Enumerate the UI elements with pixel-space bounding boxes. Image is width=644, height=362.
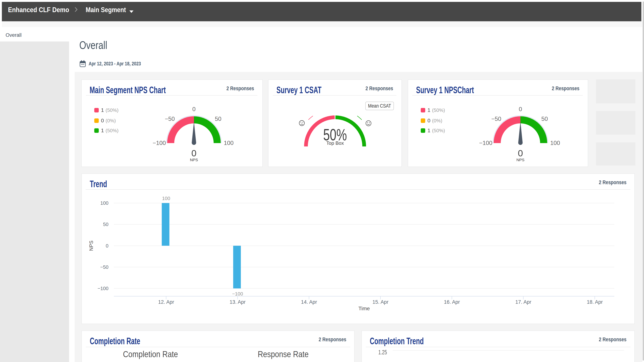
- svg-text:NPS: NPS: [516, 158, 524, 162]
- legend-item-detractors[interactable]: 1 (50%): [421, 108, 445, 112]
- legend-item-passives[interactable]: 0 (0%): [94, 118, 116, 123]
- legend-item-promoters[interactable]: 1 (50%): [421, 128, 445, 133]
- completion-rate-column-title: Completion Rate: [123, 349, 178, 359]
- svg-text:−100: −100: [479, 140, 492, 146]
- svg-text:Time: Time: [358, 306, 370, 311]
- card-title: Survey 1 CSAT: [276, 85, 322, 96]
- responses-count: 2 Responses: [552, 85, 580, 92]
- top-navbar: Enhanced CLF Demo Main Segment: [2, 2, 642, 21]
- legend-percent: (50%): [432, 107, 445, 113]
- legend-swatch-detractors: [421, 108, 425, 112]
- svg-text:16. Apr: 16. Apr: [444, 299, 460, 305]
- svg-text:100: 100: [550, 140, 560, 146]
- legend-percent: (50%): [432, 128, 445, 134]
- loading-skeleton-block: [596, 111, 636, 135]
- responses-count: 2 Responses: [599, 336, 626, 342]
- legend-swatch-promoters: [421, 128, 425, 133]
- svg-text:1.25: 1.25: [378, 349, 387, 356]
- svg-text:NPS: NPS: [190, 158, 198, 162]
- dashboard-page: Enhanced CLF Demo Main Segment Overall O…: [0, 0, 644, 362]
- sidebar: [0, 42, 69, 362]
- breadcrumb-project[interactable]: Enhanced CLF Demo: [8, 6, 62, 14]
- svg-text:18. Apr: 18. Apr: [587, 299, 603, 305]
- svg-text:NPS: NPS: [88, 241, 94, 251]
- trend-bar-chart: 100500−50−10012. Apr13. Apr14. Apr15. Ap…: [82, 192, 635, 323]
- responses-count: 2 Responses: [366, 85, 393, 92]
- legend-swatch-detractors: [94, 108, 99, 112]
- nps-gauge-chart: −100−500501000NPS: [146, 106, 242, 166]
- svg-text:0: 0: [192, 106, 196, 112]
- svg-text:100: 100: [224, 140, 234, 146]
- responses-count: 2 Responses: [319, 336, 346, 342]
- card-divider: [412, 95, 583, 96]
- subheader-strip: [2, 21, 642, 27]
- breadcrumb-chevron-icon: [75, 7, 78, 12]
- gauge-needle: [192, 122, 196, 145]
- legend-value: 0: [428, 118, 430, 124]
- page-title: Overall: [79, 39, 107, 52]
- responses-count: 2 Responses: [599, 179, 626, 185]
- legend-swatch-passives: [94, 118, 99, 123]
- card-divider: [86, 189, 630, 190]
- card-title: Completion Trend: [370, 336, 424, 346]
- svg-text:50: 50: [215, 115, 222, 122]
- sad-face-icon: [299, 121, 304, 126]
- legend-value: 1: [428, 107, 430, 113]
- card-title: Trend: [90, 179, 107, 189]
- date-range-row[interactable]: Apr 12, 2023 - Apr 18, 2023: [80, 60, 152, 67]
- smiley-face-icon: [366, 121, 371, 126]
- loading-skeleton-block: [596, 142, 636, 166]
- legend-value: 1: [101, 128, 104, 134]
- legend-percent: (50%): [106, 128, 118, 134]
- vertical-scrollbar[interactable]: [643, 2, 644, 360]
- svg-text:100: 100: [100, 200, 108, 206]
- svg-text:−50: −50: [165, 115, 175, 122]
- card-divider: [86, 95, 258, 96]
- nps-gauge-chart: −100−500501000NPS: [472, 106, 569, 166]
- card-main-segment-nps: Main Segment NPS Chart 2 Responses 1 (50…: [82, 80, 263, 167]
- legend-swatch-passives: [421, 118, 425, 123]
- card-divider: [273, 95, 396, 96]
- legend-swatch-promoters: [94, 128, 99, 133]
- svg-text:0: 0: [519, 106, 522, 112]
- segment-dropdown-caret-icon[interactable]: [129, 11, 134, 13]
- date-range-text: Apr 12, 2023 - Apr 18, 2023: [89, 61, 141, 67]
- legend-value: 0: [101, 118, 104, 124]
- svg-text:0: 0: [106, 243, 108, 249]
- loading-skeleton-block: [596, 79, 636, 103]
- response-rate-column-title: Response Rate: [258, 349, 309, 359]
- svg-text:−100: −100: [232, 291, 243, 297]
- calendar-icon: [80, 60, 86, 67]
- trend-bar[interactable]: [233, 246, 241, 289]
- svg-text:0: 0: [518, 148, 523, 158]
- breadcrumb-segment[interactable]: Main Segment: [86, 6, 122, 14]
- svg-text:14. Apr: 14. Apr: [301, 299, 317, 305]
- legend-item-passives[interactable]: 0 (0%): [421, 118, 442, 123]
- tab-overall[interactable]: Overall: [6, 32, 22, 38]
- legend-percent: (50%): [106, 107, 118, 113]
- svg-text:12. Apr: 12. Apr: [158, 299, 174, 305]
- svg-text:15. Apr: 15. Apr: [372, 299, 388, 305]
- svg-text:−50: −50: [100, 264, 108, 270]
- card-title: Completion Rate: [90, 336, 140, 346]
- card-survey1-csat: Survey 1 CSAT 2 Responses Mean CSAT 50%T…: [268, 80, 402, 167]
- trend-bar[interactable]: [162, 203, 170, 246]
- svg-text:−50: −50: [491, 115, 501, 122]
- svg-text:17. Apr: 17. Apr: [516, 299, 532, 305]
- mean-csat-label: Mean CSAT: [368, 103, 391, 109]
- svg-text:0: 0: [191, 148, 196, 158]
- card-trend: Trend 2 Responses 100500−50−10012. Apr13…: [82, 174, 635, 324]
- svg-text:−100: −100: [153, 140, 166, 146]
- gauge-needle: [518, 122, 523, 145]
- svg-text:13. Apr: 13. Apr: [230, 299, 246, 305]
- responses-count: 2 Responses: [226, 85, 254, 92]
- svg-text:50: 50: [103, 222, 108, 227]
- legend-value: 1: [428, 128, 430, 134]
- legend-item-promoters[interactable]: 1 (50%): [94, 128, 118, 133]
- completion-trend-chart: 1.25: [362, 348, 635, 362]
- legend-item-detractors[interactable]: 1 (50%): [94, 108, 118, 112]
- legend-percent: (0%): [106, 118, 116, 124]
- card-survey1-npschart: Survey 1 NPSChart 2 Responses 1 (50%) 0 …: [408, 80, 588, 167]
- legend-percent: (0%): [432, 118, 442, 124]
- card-title: Main Segment NPS Chart: [90, 85, 166, 96]
